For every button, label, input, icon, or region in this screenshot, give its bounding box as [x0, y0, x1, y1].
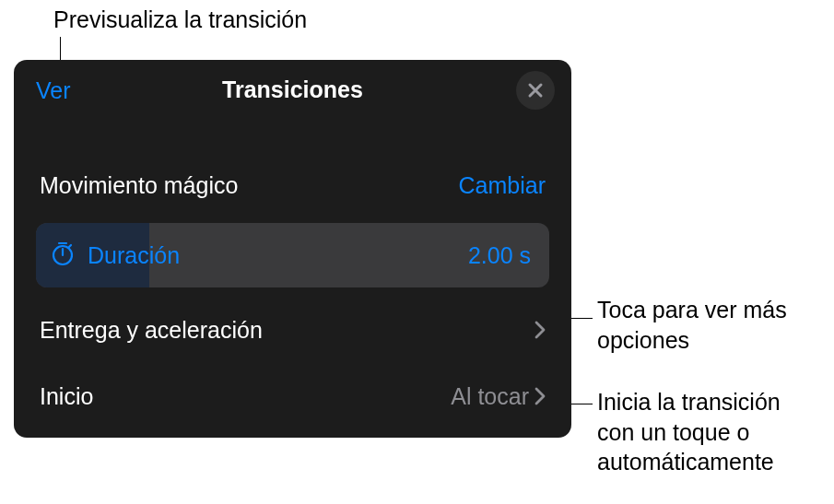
delivery-label: Entrega y aceleración: [40, 317, 263, 344]
start-label: Inicio: [40, 383, 93, 410]
close-icon: [527, 82, 544, 99]
callout-start-line2: con un toque o: [597, 417, 781, 448]
duration-label: Duración: [88, 242, 180, 269]
change-button[interactable]: Cambiar: [459, 172, 546, 199]
callout-preview: Previsualiza la transición: [53, 5, 307, 35]
callout-more-line1: Toca para ver más: [597, 295, 787, 325]
close-button[interactable]: [516, 71, 555, 110]
preview-button[interactable]: Ver: [36, 76, 71, 103]
svg-line-3: [69, 245, 71, 247]
duration-value: 2.00 s: [468, 242, 531, 269]
callout-start-line1: Inicia la transición: [597, 387, 781, 417]
transition-type-row: Movimiento mágico Cambiar: [14, 157, 571, 214]
callout-start: Inicia la transición con un toque o auto…: [597, 387, 781, 477]
chevron-right-icon: [534, 321, 546, 339]
callout-start-line3: automáticamente: [597, 447, 781, 477]
callout-more-line2: opciones: [597, 325, 787, 356]
preview-button-label: Ver: [36, 76, 71, 102]
transition-name: Movimiento mágico: [40, 172, 238, 199]
panel-header: Ver Transiciones: [14, 60, 571, 120]
callout-preview-text: Previsualiza la transición: [53, 6, 307, 32]
change-button-label: Cambiar: [459, 172, 546, 198]
panel-title: Transiciones: [222, 76, 363, 103]
transitions-panel: Ver Transiciones Movimiento mágico Cambi…: [14, 60, 571, 438]
start-row[interactable]: Inicio Al tocar: [14, 363, 571, 429]
delivery-row[interactable]: Entrega y aceleración: [14, 297, 571, 363]
start-value: Al tocar: [451, 383, 529, 410]
stopwatch-icon: [49, 240, 76, 271]
duration-slider[interactable]: Duración 2.00 s: [36, 223, 549, 287]
chevron-right-icon: [534, 387, 546, 405]
callout-more-options: Toca para ver más opciones: [597, 295, 787, 355]
